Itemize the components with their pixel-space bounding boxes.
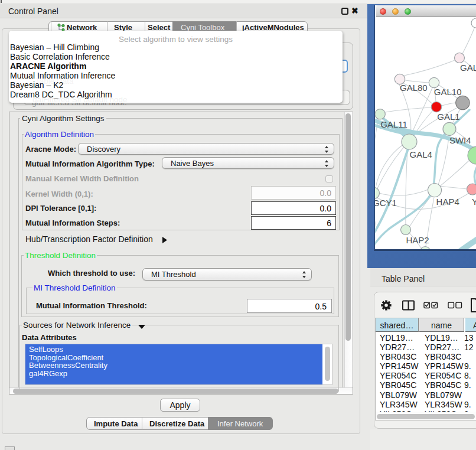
svg-text:SWI4: SWI4 <box>449 135 471 145</box>
svg-text:GAL80: GAL80 <box>400 83 428 93</box>
svg-text:GAL11: GAL11 <box>380 119 407 129</box>
svg-text:GAL10: GAL10 <box>434 87 462 97</box>
svg-text:GCY1: GCY1 <box>375 198 397 208</box>
svg-text:GAL7: GAL7 <box>460 63 476 73</box>
svg-text:GAL1: GAL1 <box>437 112 459 122</box>
svg-text:Y: Y <box>472 197 476 207</box>
svg-text:HAP4: HAP4 <box>436 197 459 207</box>
svg-text:GAL4: GAL4 <box>410 149 432 159</box>
svg-text:HAP2: HAP2 <box>406 235 429 245</box>
